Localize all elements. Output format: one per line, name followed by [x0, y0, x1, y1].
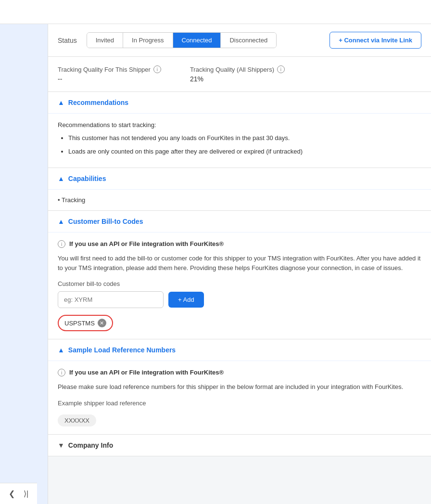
tracking-quality-all-shippers: Tracking Quality (All Shippers) i 21% — [190, 65, 285, 83]
recommendation-item-2: Loads are only counted on this page afte… — [68, 147, 421, 156]
tracking-quality-all-shippers-label: Tracking Quality (All Shippers) i — [190, 65, 285, 73]
sample-load-ref-api-header: i If you use an API or File integration … — [58, 369, 421, 376]
tab-connected[interactable]: Connected — [173, 33, 221, 48]
customer-bill-to-header[interactable]: ▲ Customer Bill-to Codes — [48, 211, 431, 233]
sample-load-ref-section: ▲ Sample Load Reference Numbers i If you… — [48, 339, 431, 435]
tag-remove-uspstms[interactable]: ✕ — [98, 319, 106, 327]
sample-load-ref-info-icon: i — [58, 369, 65, 376]
bill-to-code-input[interactable] — [58, 291, 164, 308]
status-label: Status — [58, 37, 77, 44]
connect-via-invite-button[interactable]: + Connect via Invite Link — [330, 32, 421, 49]
api-info-desc: You will first need to add the bill-to o… — [58, 254, 421, 272]
api-info-title: If you use an API or File integration wi… — [69, 240, 224, 247]
capabilities-section-header[interactable]: ▲ Capabilities — [48, 168, 431, 190]
api-info-header: i If you use an API or File integration … — [58, 240, 421, 248]
tag-label-uspstms: USPSTMS — [64, 320, 95, 327]
tab-invited[interactable]: Invited — [87, 33, 123, 48]
example-ref-label: Example shipper load reference — [58, 400, 421, 407]
customer-bill-to-body: i If you use an API or File integration … — [48, 233, 431, 339]
tracking-quality-section: Tracking Quality For This Shipper i -- T… — [48, 57, 431, 92]
recommendations-intro: Recommendations to start tracking: — [58, 121, 421, 129]
recommendations-chevron-icon: ▲ — [58, 99, 64, 106]
sample-load-ref-body: i If you use an API or File integration … — [48, 361, 431, 434]
recommendation-item-1: This customer has not tendered you any l… — [68, 133, 421, 143]
input-add-row: + Add — [58, 291, 421, 308]
status-nav: Status Invited In Progress Connected Dis… — [48, 24, 431, 57]
customer-bill-to-title: Customer Bill-to Codes — [68, 218, 143, 225]
tracking-quality-this-shipper-value: -- — [58, 75, 161, 83]
tag-row: USPSTMS ✕ — [58, 315, 421, 331]
capabilities-chevron-icon: ▲ — [58, 175, 64, 182]
customer-bill-to-chevron-icon: ▲ — [58, 218, 64, 225]
customer-bill-to-section: ▲ Customer Bill-to Codes i If you use an… — [48, 211, 431, 339]
tracking-quality-this-shipper: Tracking Quality For This Shipper i -- — [58, 65, 161, 83]
capability-tracking: • Tracking — [58, 196, 421, 204]
tracking-quality-this-shipper-info-icon[interactable]: i — [153, 65, 161, 73]
sample-load-ref-api-title: If you use an API or File integration wi… — [69, 369, 224, 376]
recommendations-section: ▲ Recommendations Recommendations to sta… — [48, 92, 431, 168]
capabilities-body: • Tracking — [48, 190, 431, 210]
company-info-title: Company Info — [68, 441, 113, 449]
tracking-quality-all-shippers-value: 21% — [190, 75, 285, 83]
bill-to-tag-uspstms: USPSTMS ✕ — [58, 315, 113, 331]
nav-arrows: ❮ ⟩| — [0, 483, 37, 504]
capabilities-title: Capabilities — [68, 175, 106, 182]
tracking-quality-this-shipper-label: Tracking Quality For This Shipper i — [58, 65, 161, 73]
tab-disconnected[interactable]: Disconnected — [221, 33, 276, 48]
sample-load-ref-title: Sample Load Reference Numbers — [68, 346, 176, 354]
api-info-circle-icon: i — [58, 240, 65, 248]
capabilities-section: ▲ Capabilities • Tracking — [48, 168, 431, 211]
sample-load-ref-header[interactable]: ▲ Sample Load Reference Numbers — [48, 339, 431, 361]
content-area: Status Invited In Progress Connected Dis… — [48, 24, 431, 504]
example-ref-value: XXXXXX — [58, 414, 96, 426]
tab-group: Invited In Progress Connected Disconnect… — [87, 32, 277, 48]
recommendations-body: Recommendations to start tracking: This … — [48, 114, 431, 168]
recommendations-title: Recommendations — [68, 99, 128, 106]
company-info-header[interactable]: ▼ Company Info — [48, 435, 431, 456]
sample-load-ref-chevron-icon: ▲ — [58, 346, 64, 354]
sample-load-ref-api-desc: Please make sure load reference numbers … — [58, 382, 421, 392]
bill-to-label: Customer bill-to codes — [58, 280, 421, 287]
sidebar — [0, 24, 48, 504]
tab-in-progress[interactable]: In Progress — [123, 33, 173, 48]
recommendations-section-header[interactable]: ▲ Recommendations — [48, 92, 431, 114]
tracking-quality-all-shippers-info-icon[interactable]: i — [277, 65, 285, 73]
top-bar — [0, 0, 431, 24]
nav-prev-button[interactable]: ❮ — [6, 487, 18, 500]
company-info-chevron-icon: ▼ — [58, 441, 64, 449]
company-info-section: ▼ Company Info — [48, 435, 431, 456]
add-code-button[interactable]: + Add — [168, 292, 204, 308]
recommendations-list: This customer has not tendered you any l… — [58, 133, 421, 156]
nav-last-button[interactable]: ⟩| — [21, 487, 31, 500]
